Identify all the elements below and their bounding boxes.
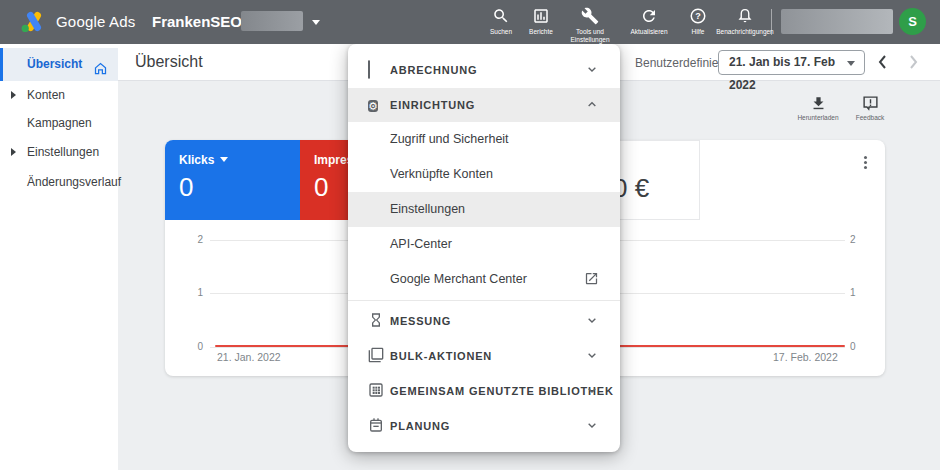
menu-item-einstellungen[interactable]: Einstellungen xyxy=(348,192,620,227)
menu-section-messung[interactable]: MESSUNG xyxy=(348,304,620,338)
top-app-bar: Google Ads FrankenSEO Suchen Berichte To… xyxy=(0,0,940,44)
layers-icon xyxy=(368,347,384,367)
menu-section-einrichtung[interactable]: ⚙ EINRICHTUNG xyxy=(348,88,620,122)
account-name[interactable]: FrankenSEO xyxy=(152,13,242,30)
sidebar-item-kampagnen[interactable]: Kampagnen xyxy=(0,109,118,137)
feedback-button[interactable]: Feedback xyxy=(838,95,902,121)
menu-item-zugriff-und-sicherheit[interactable]: Zugriff und Sicherheit xyxy=(348,122,620,157)
previous-range-button[interactable] xyxy=(875,49,891,79)
chevron-down-icon xyxy=(584,417,600,437)
redacted-account-id xyxy=(241,11,303,31)
page-title: Übersicht xyxy=(135,53,203,71)
chevron-down-icon xyxy=(584,312,600,332)
metric-tile-klicks[interactable]: Klicks 0 xyxy=(165,140,300,220)
reports-icon xyxy=(532,7,550,25)
google-ads-app: Google Ads FrankenSEO Suchen Berichte To… xyxy=(0,0,940,470)
metric-value: 0 xyxy=(179,172,193,203)
toolbar-separator xyxy=(771,9,772,35)
svg-text:?: ? xyxy=(695,11,701,21)
external-link-icon xyxy=(584,271,599,290)
sidebar-item-einstellungen[interactable]: Einstellungen xyxy=(0,138,118,166)
menu-item-google-merchant-center[interactable]: Google Merchant Center xyxy=(348,262,620,297)
date-range-picker[interactable]: 21. Jan bis 17. Feb 2022 xyxy=(718,50,865,75)
x-axis-label-start: 21. Jan. 2022 xyxy=(217,351,281,363)
settings-box-icon: ⚙ xyxy=(368,96,378,114)
tools-settings-menu: ABRECHNUNG ⚙ EINRICHTUNG Zugriff und Sic… xyxy=(348,44,620,452)
chevron-down-icon xyxy=(584,382,600,402)
x-axis-label-end: 17. Feb. 2022 xyxy=(773,351,838,363)
menu-section-abrechnung[interactable]: ABRECHNUNG xyxy=(348,53,620,87)
menu-section-planung[interactable]: PLANUNG xyxy=(348,409,620,443)
search-icon xyxy=(492,7,510,25)
tools-and-settings-button[interactable]: Tools und Einstellungen xyxy=(558,7,622,43)
y-axis-tick: 0 xyxy=(183,341,203,352)
sidebar-item-konten[interactable]: Konten xyxy=(0,81,118,109)
hourglass-icon xyxy=(368,312,384,332)
library-grid-icon xyxy=(368,382,384,402)
sidebar-item-uebersicht[interactable]: Übersicht xyxy=(0,48,118,81)
metric-value: 0 xyxy=(314,172,328,203)
y-axis-tick: 1 xyxy=(183,287,203,298)
credit-card-icon xyxy=(368,61,370,79)
chevron-down-icon xyxy=(584,347,600,367)
y-axis-tick: 1 xyxy=(850,287,870,298)
expand-arrow-icon xyxy=(11,148,16,156)
y-axis-tick: 0 xyxy=(850,341,870,352)
notifications-button[interactable]: Benachrichtigungen xyxy=(713,7,777,36)
menu-section-gemeinsame-bibliothek[interactable]: GEMEINSAM GENUTZTE BIBLIOTHEK xyxy=(348,374,620,408)
menu-item-verknuepfte-konten[interactable]: Verknüpfte Konten xyxy=(348,157,620,192)
menu-item-api-center[interactable]: API-Center xyxy=(348,227,620,262)
metric-caret-icon xyxy=(220,157,228,162)
sidebar-item-aenderungsverlauf[interactable]: Änderungsverlauf xyxy=(0,168,118,196)
chevron-up-icon xyxy=(584,96,600,116)
account-dropdown-caret-icon[interactable] xyxy=(312,20,320,25)
left-navigation: Übersicht Konten Kampagnen Einstellungen… xyxy=(0,44,118,470)
feedback-icon xyxy=(862,95,879,112)
expand-arrow-icon xyxy=(11,91,16,99)
menu-section-bulk-aktionen[interactable]: BULK-AKTIONEN xyxy=(348,339,620,373)
brand-name: Google Ads xyxy=(56,13,136,30)
bell-icon xyxy=(736,7,754,25)
help-icon: ? xyxy=(689,7,707,25)
y-axis-tick: 2 xyxy=(850,234,870,245)
redacted-customer-id xyxy=(781,9,893,34)
calendar-icon xyxy=(368,417,384,437)
refresh-icon xyxy=(640,7,658,25)
date-mode-label[interactable]: Benutzerdefiniert xyxy=(635,56,726,70)
card-overflow-menu-button[interactable] xyxy=(857,154,873,172)
wrench-icon xyxy=(581,7,599,25)
y-axis-tick: 2 xyxy=(183,234,203,245)
dropdown-caret-icon xyxy=(847,61,855,66)
google-ads-logo-icon[interactable] xyxy=(20,11,46,37)
download-icon xyxy=(810,95,827,112)
chevron-down-icon xyxy=(584,61,600,81)
next-range-button[interactable] xyxy=(905,49,921,79)
menu-divider xyxy=(348,300,620,301)
user-avatar[interactable]: S xyxy=(899,8,926,35)
